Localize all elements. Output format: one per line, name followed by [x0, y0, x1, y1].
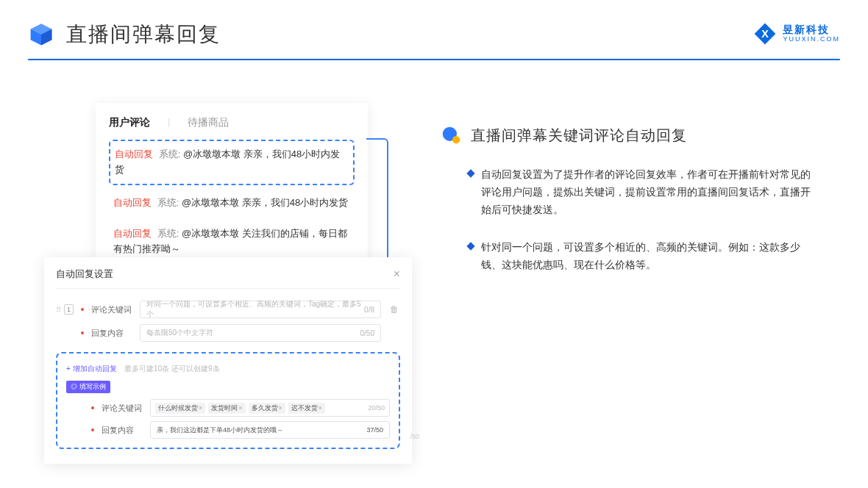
comment-row: 自动回复 系统: @冰墩墩本墩 亲亲，我们48小时内发货: [109, 190, 355, 217]
example-kw-counter: 20/50: [368, 404, 385, 412]
brand-icon: X: [753, 22, 777, 46]
tab-user-comments[interactable]: 用户评论: [109, 116, 150, 129]
tag-remove-icon[interactable]: ×: [319, 404, 322, 412]
drag-handle-icon[interactable]: ⠿: [56, 306, 61, 314]
tag-remove-icon[interactable]: ×: [238, 404, 242, 412]
keyword-tag: 什么时候发货×: [155, 403, 205, 414]
label-keyword: 评论关键词: [102, 403, 143, 414]
rule-index: 1: [64, 304, 74, 315]
example-keyword-row: 评论关键词 什么时候发货× 发货时间× 多久发货× 迟不发货× 20/50: [66, 399, 390, 417]
bullet-item: 针对同一个问题，可设置多个相近的、高频的关键词。例如：这款多少钱、这块能优惠吗、…: [441, 239, 839, 274]
label-keyword: 评论关键词: [91, 304, 132, 315]
system-label: 系统:: [159, 148, 181, 159]
label-reply: 回复内容: [102, 425, 143, 436]
header-divider: [28, 59, 840, 60]
bullet-text: 针对同一个问题，可设置多个相近的、高频的关键词。例如：这款多少钱、这块能优惠吗、…: [481, 239, 819, 274]
required-dot: [91, 428, 94, 431]
brand-logo: X 昱新科技 YUUXIN.COM: [753, 22, 840, 46]
keyword-tag: 多久发货×: [249, 403, 285, 414]
auto-reply-badge: 自动回复: [113, 228, 152, 239]
required-dot: [81, 331, 84, 334]
delete-icon[interactable]: 🗑: [388, 304, 400, 315]
diamond-icon: [466, 243, 474, 251]
close-icon[interactable]: ×: [394, 268, 400, 281]
example-reply-text: 亲，我们这边都是下单48小时内发货的哦～: [157, 426, 283, 435]
comments-tabs: 用户评论 | 待播商品: [109, 116, 355, 129]
example-section: + 增加自动回复 最多可建10条 还可以创建9条 ◎ 填写示例 评论关键词 什么…: [56, 352, 400, 449]
tab-pending-goods[interactable]: 待播商品: [188, 116, 229, 129]
dialog-title: 自动回复设置: [56, 268, 113, 281]
required-dot: [91, 406, 94, 409]
page-header: 直播间弹幕回复: [0, 0, 868, 49]
example-reply-row: 回复内容 亲，我们这边都是下单48小时内发货的哦～ 37/50: [66, 421, 390, 439]
tab-separator: |: [168, 116, 170, 129]
add-hint: 最多可建10条 还可以创建9条: [124, 365, 219, 373]
svg-text:X: X: [762, 28, 769, 40]
keyword-tag: 发货时间×: [208, 403, 245, 414]
comment-text: @冰墩墩本墩 亲亲，我们48小时内发货: [182, 197, 348, 208]
keyword-tag: 迟不发货×: [288, 403, 325, 414]
reply-counter: 0/50: [360, 329, 374, 337]
keyword-row: ⠿ 1 评论关键词 对同一个问题，可设置多个相近、高频的关键词，Tag确定，最多…: [56, 301, 400, 318]
auto-reply-settings-dialog: 自动回复设置 × ⠿ 1 评论关键词 对同一个问题，可设置多个相近、高频的关键词…: [44, 257, 412, 464]
label-reply: 回复内容: [91, 328, 132, 339]
comment-row-highlighted: 自动回复 系统: @冰墩墩本墩 亲亲，我们48小时内发货: [109, 140, 355, 185]
reply-row: 回复内容 每条限50个中文字符 0/50 🗑: [56, 324, 400, 342]
system-label: 系统:: [157, 197, 179, 208]
right-content: 直播间弹幕关键词评论自动回复 自动回复设置为了提升作者的评论回复效率，作者可在开…: [441, 125, 839, 295]
page-title: 直播间弹幕回复: [66, 21, 221, 49]
required-dot: [81, 308, 84, 311]
example-reply-counter: 37/50: [366, 426, 383, 434]
diamond-icon: [466, 169, 474, 177]
example-badge: ◎ 填写示例: [66, 381, 110, 393]
section-heading: 直播间弹幕关键词评论自动回复: [441, 125, 839, 146]
cube-icon: [28, 21, 54, 48]
keyword-counter: 0/8: [364, 306, 374, 314]
section-title: 直播间弹幕关键词评论自动回复: [471, 126, 687, 146]
bubble-icon: [441, 125, 462, 146]
tag-remove-icon[interactable]: ×: [279, 404, 282, 412]
example-reply-input[interactable]: 亲，我们这边都是下单48小时内发货的哦～ 37/50: [150, 421, 390, 439]
add-auto-reply-link[interactable]: + 增加自动回复: [66, 364, 117, 374]
system-label: 系统:: [157, 228, 179, 239]
outer-counter: /50: [410, 433, 419, 440]
brand-name-en: YUUXIN.COM: [783, 36, 840, 43]
example-keyword-input[interactable]: 什么时候发货× 发货时间× 多久发货× 迟不发货× 20/50: [150, 399, 390, 417]
bullet-item: 自动回复设置为了提升作者的评论回复效率，作者可在开播前针对常见的评论用户问题，提…: [441, 166, 839, 218]
svg-point-6: [452, 136, 460, 144]
bullet-text: 自动回复设置为了提升作者的评论回复效率，作者可在开播前针对常见的评论用户问题，提…: [481, 166, 819, 218]
keyword-placeholder: 对同一个问题，可设置多个相近、高频的关键词，Tag确定，最多5个: [146, 299, 364, 320]
keyword-input[interactable]: 对同一个问题，可设置多个相近、高频的关键词，Tag确定，最多5个 0/8: [140, 301, 381, 318]
auto-reply-badge: 自动回复: [115, 148, 153, 159]
reply-input[interactable]: 每条限50个中文字符 0/50: [140, 324, 381, 342]
brand-name-cn: 昱新科技: [783, 24, 840, 35]
auto-reply-badge: 自动回复: [113, 197, 152, 208]
reply-placeholder: 每条限50个中文字符: [146, 328, 213, 338]
tag-remove-icon[interactable]: ×: [199, 404, 202, 412]
